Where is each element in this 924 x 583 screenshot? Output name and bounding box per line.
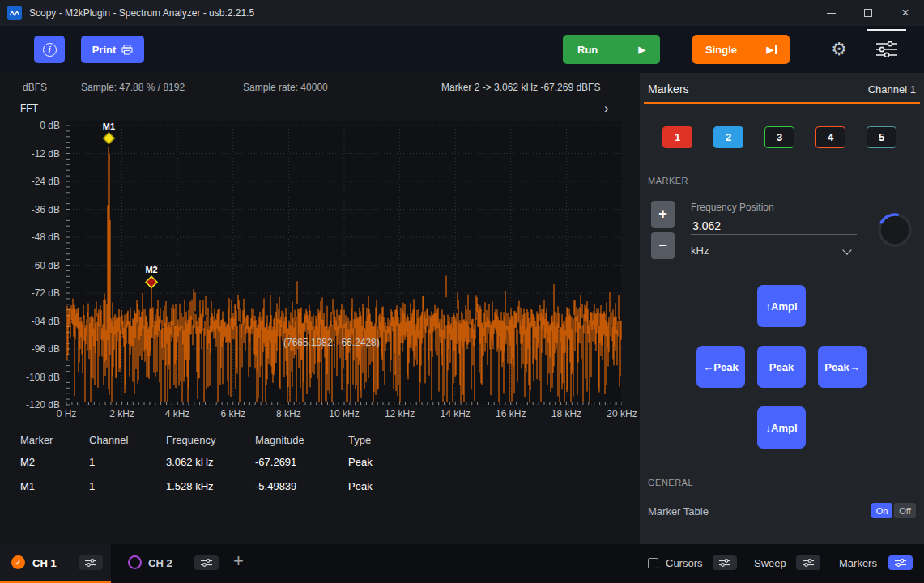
x-axis-tick-label: 0 Hz	[42, 408, 91, 419]
sliders-icon	[85, 559, 96, 567]
single-button-label: Single	[705, 44, 737, 56]
y-axis-tick-label: 0 dB	[0, 119, 60, 132]
marker-table-header: Frequency	[166, 434, 247, 446]
cursor-coordinates: (7665.1982, -66.2428)	[283, 337, 380, 348]
gear-icon[interactable]: ⚙	[828, 38, 850, 61]
single-button[interactable]: Single ▶	[692, 35, 790, 64]
peak-left-button[interactable]: ←Peak	[696, 346, 745, 388]
x-axis-tick-label: 2 kHz	[98, 408, 147, 419]
sample-rate: Sample rate: 40000	[243, 82, 328, 93]
marker-table-cell: -67.2691	[255, 456, 344, 468]
spectrum-plot[interactable]: M1M2	[66, 121, 622, 407]
x-axis-tick-label: 10 kHz	[320, 408, 368, 419]
run-single-icon: ▶	[767, 45, 777, 55]
amplitude-down-button[interactable]: ↓Ampl	[757, 406, 806, 449]
x-axis-tick-label: 12 kHz	[376, 408, 424, 419]
sliders-icon	[201, 559, 212, 567]
sample-info: Sample: 47.88 % / 8192	[81, 82, 185, 93]
cursors-label: Cursors	[666, 557, 703, 569]
x-axis-tick-label: 6 kHz	[209, 408, 258, 419]
plot-area: dBFS Sample: 47.88 % / 8192 Sample rate:…	[0, 73, 640, 544]
marker-2-button[interactable]: 2	[713, 126, 743, 148]
run-button-label: Run	[577, 44, 598, 56]
markers-settings-button[interactable]	[888, 555, 913, 570]
peak-button[interactable]: Peak	[757, 346, 806, 388]
marker-table-on-toggle[interactable]: On	[871, 503, 892, 518]
y-unit-label: dBFS	[23, 82, 47, 93]
markers-panel: Markers Channel 1 12345 MARKER + − Frequ…	[640, 73, 924, 544]
maximize-button[interactable]	[849, 0, 887, 26]
panel-title: Markers	[648, 83, 689, 96]
info-button[interactable]: i	[34, 36, 65, 63]
amplitude-up-button[interactable]: ↑Ampl	[757, 285, 806, 327]
plot-marker-M2-label: M2	[145, 265, 157, 274]
x-axis-tick-label: 20 kHz	[598, 408, 646, 419]
frequency-position-input[interactable]	[691, 218, 857, 235]
marker-table-header: Channel	[89, 434, 170, 446]
sliders-icon	[719, 559, 730, 567]
y-axis-tick-label: -96 dB	[0, 343, 60, 355]
frequency-unit-value: kHz	[691, 245, 709, 257]
y-axis-tick-label: -84 dB	[0, 315, 60, 328]
channel-settings-toggle-button[interactable]	[867, 29, 906, 68]
sliders-icon	[803, 559, 814, 567]
channel2-enabled-icon[interactable]	[128, 555, 142, 569]
marker-3-button[interactable]: 3	[764, 126, 794, 148]
marker-5-button[interactable]: 5	[867, 126, 896, 148]
marker-4-button[interactable]: 4	[815, 126, 845, 148]
marker-table: MarkerChannelFrequencyMagnitudeTypeM213.…	[0, 434, 640, 539]
sliders-icon	[895, 559, 906, 567]
minimize-button[interactable]	[812, 0, 849, 26]
marker-table-cell: 3.062 kHz	[166, 456, 255, 468]
close-button[interactable]: ×	[887, 0, 924, 26]
x-axis-tick-label: 14 kHz	[431, 408, 479, 419]
x-axis-tick-label: 18 kHz	[542, 408, 590, 419]
run-button[interactable]: Run ▶	[563, 35, 660, 64]
frequency-knob[interactable]	[876, 211, 913, 249]
toolbar: i Print Run ▶ Single ▶ ⚙	[0, 26, 924, 73]
y-axis-tick-label: -108 dB	[0, 371, 60, 384]
app-window: Scopy - M2kPlugin - Spectrum Analyzer - …	[0, 0, 924, 583]
marker-1-button[interactable]: 1	[662, 126, 692, 148]
marker-table-toggle-label: Marker Table	[648, 505, 709, 517]
frequency-position-label: Frequency Position	[691, 202, 774, 213]
print-button-label: Print	[92, 44, 117, 56]
bottom-bar: ✓ CH 1 CH 2 + Cursors Sweep Markers	[0, 544, 924, 583]
frequency-increment-button[interactable]: +	[651, 201, 675, 228]
titlebar: Scopy - M2kPlugin - Spectrum Analyzer - …	[0, 0, 924, 26]
close-icon: ×	[901, 6, 909, 19]
y-axis-tick-label: -72 dB	[0, 287, 60, 300]
marker-table-cell: 1	[89, 456, 178, 468]
frequency-unit-select[interactable]: kHz	[691, 245, 857, 261]
cursors-checkbox[interactable]	[648, 558, 658, 568]
marker-table-cell: 1.528 kHz	[166, 480, 255, 492]
y-axis-tick-label: -60 dB	[0, 259, 60, 272]
marker-table-header: Type	[348, 434, 429, 446]
chevron-right-icon[interactable]: ›	[604, 100, 609, 117]
channel1-enabled-icon[interactable]: ✓	[11, 555, 25, 569]
marker-table-off-toggle[interactable]: Off	[894, 503, 916, 518]
sweep-settings-button[interactable]	[796, 555, 820, 570]
window-title: Scopy - M2kPlugin - Spectrum Analyzer - …	[29, 7, 254, 19]
channel2-label[interactable]: CH 2	[148, 557, 172, 569]
cursors-settings-button[interactable]	[713, 555, 737, 570]
x-axis-tick-label: 16 kHz	[487, 408, 535, 419]
y-axis-tick-label: -12 dB	[0, 147, 60, 160]
printer-icon	[121, 45, 133, 55]
add-channel-button[interactable]: +	[233, 551, 244, 572]
marker-table-cell: -5.49839	[255, 480, 344, 492]
marker-select-row: 12345	[640, 126, 924, 148]
chevron-down-icon	[842, 245, 851, 254]
y-axis-tick-label: -24 dB	[0, 175, 60, 188]
minimize-icon	[827, 13, 836, 14]
marker-table-cell: Peak	[348, 456, 437, 468]
peak-right-button[interactable]: Peak→	[818, 346, 867, 388]
channel2-settings-button[interactable]	[194, 555, 219, 570]
panel-channel-label: Channel 1	[868, 83, 916, 96]
sliders-icon	[876, 41, 897, 57]
channel1-label[interactable]: CH 1	[32, 557, 57, 569]
frequency-decrement-button[interactable]: −	[651, 232, 675, 259]
print-button[interactable]: Print	[81, 36, 144, 63]
y-axis-tick-label: -48 dB	[0, 231, 60, 244]
channel1-settings-button[interactable]	[79, 555, 103, 570]
